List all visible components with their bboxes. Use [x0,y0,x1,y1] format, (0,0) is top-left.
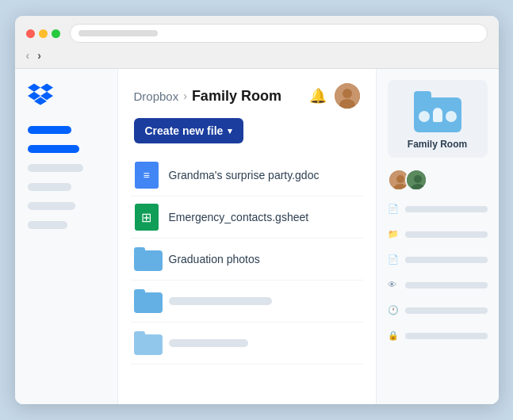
browser-chrome: ‹ › [15,16,499,69]
panel-bar-2 [405,231,488,238]
sidebar [15,69,118,404]
preview-folder-body [414,97,461,132]
breadcrumb-separator: › [183,90,187,102]
panel-row-5: 🕐 [388,304,488,318]
browser-nav: ‹ › [26,49,488,62]
address-text [78,30,158,36]
panel-row-1: 📄 [388,202,488,216]
panel-row-6: 🔒 [388,329,488,343]
sidebar-item-6[interactable] [28,221,105,229]
file-panel-icon-2: 📄 [388,254,399,265]
sidebar-item-5[interactable] [28,202,105,210]
preview-folder-icon [414,91,461,132]
folder-icon [134,330,159,356]
sidebar-bar-6 [28,221,67,229]
notification-bell-icon[interactable]: 🔔 [309,87,327,105]
eye-panel-icon: 👁 [388,280,399,291]
sidebar-bar-5 [28,202,75,210]
panel-row-4: 👁 [388,278,488,292]
sidebar-logo [28,83,105,109]
gdoc-file-icon [134,162,159,188]
file-name-placeholder [169,297,272,305]
breadcrumb-root[interactable]: Dropbox [134,90,179,103]
folder-icon [134,288,159,314]
list-item[interactable] [131,323,363,365]
google-doc-icon [135,162,159,189]
create-label: Create new file [145,124,224,137]
toolbar: Create new file ▾ [118,118,376,155]
folder-body [134,292,163,313]
person-icon-3 [446,111,457,122]
panel-row-2: 📁 [388,227,488,242]
panel-bar-6 [405,333,488,339]
panel-row-3: 📄 [388,253,488,267]
member-avatars [388,169,488,191]
clock-panel-icon: 🕐 [388,305,399,316]
create-new-file-button[interactable]: Create new file ▾ [134,118,244,143]
right-panel: Family Room [376,69,499,404]
address-bar[interactable] [70,24,488,43]
list-item[interactable]: Graduation photos [131,239,363,281]
file-list: Grandma's surprise party.gdoc Emergency_… [118,155,376,404]
list-item[interactable] [131,281,363,323]
header-actions: 🔔 [309,83,360,109]
chevron-down-icon: ▾ [228,126,232,136]
preview-folder-name: Family Room [408,139,467,150]
file-name: Graduation photos [169,253,260,265]
close-button[interactable] [26,29,35,38]
minimize-button[interactable] [39,29,48,38]
file-name: Emergency_contacts.gsheet [169,211,309,223]
avatar-svg [335,83,360,109]
sidebar-bar-3 [28,164,83,172]
person-icon-2 [433,108,442,122]
panel-bar-1 [405,206,488,212]
folder-blue-icon [134,289,159,313]
panel-bar-4 [405,282,488,288]
sidebar-bar-active [28,126,71,134]
main-content: Dropbox › Family Room 🔔 [118,69,376,404]
browser-window: ‹ › [15,16,499,404]
folder-preview: Family Room [388,80,488,158]
google-sheet-icon [135,204,159,231]
folder-blue-icon [134,247,159,271]
window-controls [26,29,60,38]
gsheet-file-icon [134,204,159,230]
sidebar-bar-active2 [28,145,79,153]
file-name-placeholder [169,339,248,347]
list-item[interactable]: Emergency_contacts.gsheet [131,197,363,239]
app-body: Dropbox › Family Room 🔔 [15,69,499,404]
svg-point-1 [343,89,352,98]
lock-panel-icon: 🔒 [388,330,399,342]
avatar-image [335,83,360,109]
sidebar-item-2[interactable] [28,145,105,153]
dropbox-logo-icon [28,83,53,105]
back-button[interactable]: ‹ [26,49,30,62]
folder-body [134,334,163,355]
folder-icon [134,246,159,272]
forward-button[interactable]: › [37,49,41,62]
folder-panel-icon: 📁 [388,229,399,240]
member-avatar-svg-2 [407,170,427,191]
person-icon-1 [419,111,430,122]
sidebar-item-3[interactable] [28,164,105,172]
folder-body [134,250,163,271]
list-item[interactable]: Grandma's surprise party.gdoc [131,155,363,197]
file-name: Grandma's surprise party.gdoc [169,169,320,181]
preview-folder-people [419,108,457,122]
sidebar-item-1[interactable] [28,126,105,134]
page-title: Family Room [192,88,281,105]
panel-bar-5 [405,307,488,314]
breadcrumb: Dropbox › Family Room [134,88,281,105]
sidebar-bar-4 [28,183,71,191]
file-panel-icon: 📄 [388,204,399,215]
panel-bar-3 [405,257,488,263]
svg-point-4 [396,175,404,183]
sidebar-item-4[interactable] [28,183,105,191]
svg-point-7 [414,175,422,183]
folder-blue-icon [134,331,159,355]
member-avatar-2[interactable] [405,169,427,191]
user-avatar[interactable] [335,83,360,109]
maximize-button[interactable] [52,29,60,38]
main-header: Dropbox › Family Room 🔔 [118,69,376,118]
